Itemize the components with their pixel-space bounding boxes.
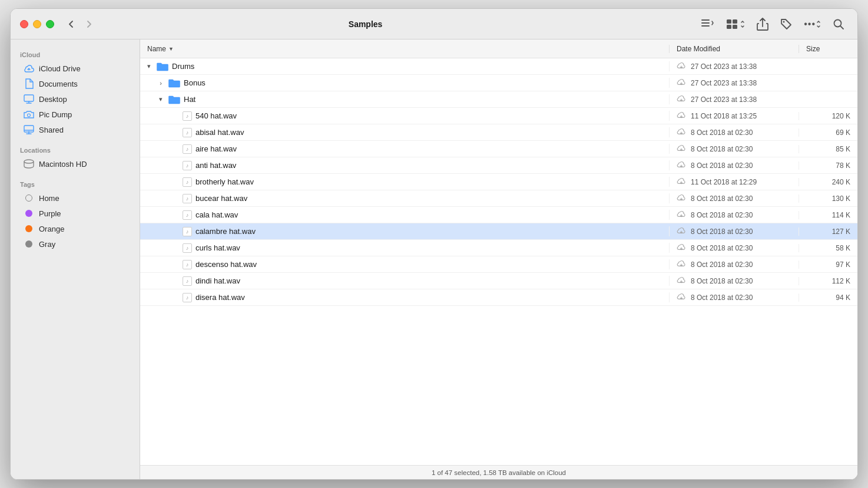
sort-arrow: ▼ [168,46,174,52]
sidebar-item-label: iCloud Drive [39,64,81,73]
svg-rect-6 [733,25,737,29]
file-date-cell: 27 Oct 2023 at 13:38 [669,78,799,88]
disclosure-button[interactable]: ▾ [157,95,165,104]
file-date-cell: 8 Oct 2018 at 02:30 [669,160,799,170]
file-date-cell: 8 Oct 2018 at 02:30 [669,276,799,286]
share-button[interactable] [753,15,772,33]
locations-section-title: Locations [11,142,140,156]
list-sort-button[interactable] [698,17,718,32]
sidebar-item-icloud-drive[interactable]: iCloud Drive [14,61,136,76]
file-size-cell: 85 K [799,145,857,153]
file-row[interactable]: ♪descenso hat.wav8 Oct 2018 at 02:3097 K [140,256,857,273]
cloud-download-icon [677,61,686,71]
sidebar-item-label: Purple [39,209,61,218]
main-pane: Name ▼ Date Modified Size ▾Drums27 Oct 2… [140,39,857,479]
disclosure-button[interactable]: › [157,79,165,87]
file-row[interactable]: ♪calambre hat.wav8 Oct 2018 at 02:30127 … [140,223,857,240]
file-date-cell: 8 Oct 2018 at 02:30 [669,193,799,203]
file-name-cell: ♪bucear hat.wav [140,194,669,203]
file-row[interactable]: ♪curls hat.wav8 Oct 2018 at 02:3058 K [140,240,857,256]
file-size-cell: 97 K [799,261,857,269]
cloud-download-icon [677,292,686,302]
file-name-cell: ♪descenso hat.wav [140,260,669,269]
file-name-cell: ♪curls hat.wav [140,243,669,253]
file-name-label: abisal hat.wav [196,128,244,137]
disclosure-button[interactable]: ▾ [145,62,153,71]
file-row[interactable]: ▾Drums27 Oct 2023 at 13:38 [140,58,857,75]
file-name-cell: ♪dindi hat.wav [140,276,669,286]
sidebar-item-label: Desktop [39,95,67,104]
more-options-button[interactable]: ••• [800,17,824,32]
file-name-label: Bonus [184,78,206,87]
file-row[interactable]: ♪dindi hat.wav8 Oct 2018 at 02:30112 K [140,273,857,289]
file-name-cell: ♪abisal hat.wav [140,128,669,137]
sidebar-item-tag-home[interactable]: Home [14,190,136,206]
name-column-header[interactable]: Name ▼ [140,45,669,53]
date-column-header[interactable]: Date Modified [669,45,799,53]
file-date-label: 8 Oct 2018 at 02:30 [691,211,753,219]
file-name-cell: ♪disera hat.wav [140,293,669,302]
file-row[interactable]: ♪cala hat.wav8 Oct 2018 at 02:30114 K [140,207,857,223]
sidebar-item-desktop[interactable]: Desktop [14,91,136,107]
file-row[interactable]: ♪540 hat.wav11 Oct 2018 at 13:25120 K [140,108,857,124]
file-name-label: 540 hat.wav [196,111,237,120]
sidebar-item-pic-dump[interactable]: Pic Dump [14,107,136,122]
shared-icon [24,124,34,135]
file-row[interactable]: ▾Hat27 Oct 2023 at 13:38 [140,91,857,108]
titlebar: Samples [11,9,857,39]
file-list: ▾Drums27 Oct 2023 at 13:38›Bonus27 Oct 2… [140,58,857,465]
cloud-download-icon [677,259,686,269]
sidebar-item-label: Orange [39,225,64,233]
audio-file-icon: ♪ [183,293,192,302]
file-row[interactable]: ›Bonus27 Oct 2023 at 13:38 [140,75,857,91]
tags-section-title: Tags [11,176,140,190]
file-size-cell: 78 K [799,161,857,170]
file-size-cell: 112 K [799,277,857,285]
size-column-header[interactable]: Size [799,45,857,53]
tag-home-icon [24,193,34,203]
close-button[interactable] [20,20,28,28]
file-row[interactable]: ♪disera hat.wav8 Oct 2018 at 02:3094 K [140,289,857,306]
file-date-cell: 8 Oct 2018 at 02:30 [669,226,799,236]
sidebar: iCloud iCloud Drive [11,39,140,479]
file-name-cell: ♪540 hat.wav [140,111,669,121]
column-headers: Name ▼ Date Modified Size [140,39,857,58]
sidebar-item-tag-orange[interactable]: Orange [14,221,136,236]
tag-button[interactable] [777,16,796,32]
file-row[interactable]: ♪bucear hat.wav8 Oct 2018 at 02:30130 K [140,190,857,207]
desktop-icon [24,94,34,104]
sidebar-item-documents[interactable]: Documents [14,76,136,91]
audio-file-icon: ♪ [183,210,192,220]
content-area: iCloud iCloud Drive [11,39,857,479]
grid-view-button[interactable] [723,17,748,32]
finder-window: Samples [10,8,858,480]
file-size-cell: 127 K [799,227,857,236]
audio-file-icon: ♪ [183,243,192,253]
audio-file-icon: ♪ [183,260,192,269]
file-row[interactable]: ♪brotherly hat.wav11 Oct 2018 at 12:2924… [140,174,857,190]
file-date-cell: 8 Oct 2018 at 02:30 [669,243,799,253]
status-text: 1 of 47 selected, 1.58 TB available on i… [432,469,566,476]
sidebar-item-macintosh-hd[interactable]: Macintosh HD [14,156,136,172]
file-row[interactable]: ♪aire hat.wav8 Oct 2018 at 02:3085 K [140,141,857,157]
icloud-drive-icon [24,63,34,74]
svg-rect-0 [701,19,710,21]
audio-file-icon: ♪ [183,227,192,236]
file-row[interactable]: ♪abisal hat.wav8 Oct 2018 at 02:3069 K [140,124,857,141]
file-row[interactable]: ♪anti hat.wav8 Oct 2018 at 02:3078 K [140,157,857,174]
cloud-download-icon [677,210,686,220]
svg-point-10 [28,114,31,117]
search-button[interactable] [829,16,848,32]
sidebar-item-shared[interactable]: Shared [14,122,136,137]
icloud-section-title: iCloud [11,47,140,61]
file-date-cell: 8 Oct 2018 at 02:30 [669,259,799,269]
file-date-label: 8 Oct 2018 at 02:30 [691,161,753,170]
cloud-download-icon [677,193,686,203]
file-name-cell: ♪cala hat.wav [140,210,669,220]
toolbar-right: ••• [698,15,848,33]
audio-file-icon: ♪ [183,161,192,170]
sidebar-item-label: Home [39,194,59,203]
sidebar-item-tag-purple[interactable]: Purple [14,206,136,221]
sidebar-item-tag-gray[interactable]: Gray [14,236,136,252]
window-title: Samples [33,19,698,29]
